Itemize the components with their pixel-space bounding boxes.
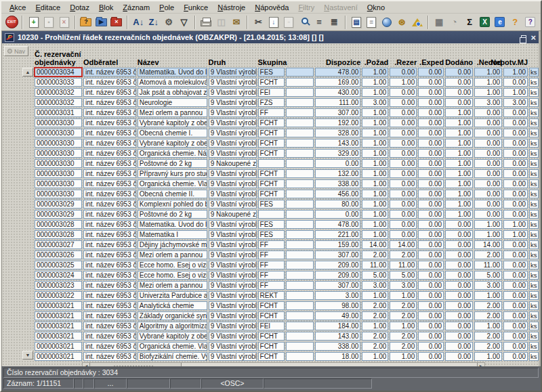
cell-r3-c13[interactable]: ks <box>529 98 539 107</box>
cell-r12-c12[interactable]: 0.00 <box>503 190 528 198</box>
cell-r25-c10[interactable]: 0.00 <box>445 322 473 330</box>
cell-r5-c10[interactable]: 1.00 <box>445 118 473 127</box>
cell-r17-c3[interactable]: 9 Vlastní výrobky <box>209 240 257 249</box>
cell-r7-c7[interactable]: 1.00 <box>362 139 388 148</box>
cell-r28-c10[interactable]: 0.00 <box>445 352 473 361</box>
cell-r25-c5[interactable] <box>286 322 314 330</box>
cell-r8-c12[interactable]: 0.00 <box>503 149 528 158</box>
cell-r7-c11[interactable]: 0.00 <box>474 139 502 148</box>
cell-r17-c7[interactable]: 14.00 <box>362 240 388 249</box>
cell-r22-c9[interactable]: 0.00 <box>418 291 444 300</box>
cell-r15-c2[interactable]: Matematika. Úvod do lineár <box>138 220 207 229</box>
cell-r20-c0[interactable]: 0000003024 <box>35 271 82 280</box>
menu-item-filtry[interactable]: Filtry <box>293 3 319 12</box>
cell-r13-c7[interactable]: 1.00 <box>362 200 388 209</box>
cell-r5-c0[interactable]: 0000003030 <box>35 118 82 127</box>
cell-r21-c9[interactable]: 0.00 <box>418 281 444 290</box>
cell-r21-c2[interactable]: Mezi orlem a pannou <box>138 281 207 290</box>
cell-r25-c12[interactable]: 0.00 <box>503 322 528 330</box>
cell-r23-c10[interactable]: 0.00 <box>445 301 473 310</box>
cell-r18-c3[interactable]: 9 Vlastní výrobky <box>209 251 257 259</box>
context-help-icon[interactable]: ? <box>508 15 522 29</box>
cell-r20-c7[interactable]: 5.00 <box>362 271 388 280</box>
menu-item-nastavení[interactable]: Nastavení <box>319 3 362 12</box>
cell-r17-c4[interactable]: FF <box>258 240 285 249</box>
scroll-down-button[interactable]: ▼ <box>22 351 33 360</box>
cell-r26-c10[interactable]: 0.00 <box>445 332 473 341</box>
browser-icon[interactable]: e <box>493 15 507 29</box>
cell-r0-c0[interactable]: 0000003034 <box>35 68 82 77</box>
cell-r4-c0[interactable]: 0000003031 <box>35 108 82 117</box>
cell-r26-c4[interactable]: FCHT <box>258 332 285 341</box>
cell-r5-c1[interactable]: int. název 6953 čás <box>83 118 136 127</box>
cell-r23-c13[interactable]: ks <box>529 301 539 310</box>
cell-r10-c2[interactable]: Přípravný kurs pro studium <box>138 169 207 178</box>
cell-r22-c3[interactable]: 9 Vlastní výrobky <box>209 291 257 300</box>
cell-r23-c8[interactable]: 2.00 <box>390 301 417 310</box>
menu-item-dotaz[interactable]: Dotaz <box>65 3 94 12</box>
cell-r4-c1[interactable]: int. název 6953 čás <box>83 108 136 117</box>
cell-r28-c9[interactable]: 0.00 <box>418 352 444 361</box>
close-window-button[interactable]: × <box>530 33 536 42</box>
cell-r13-c8[interactable]: 0.00 <box>390 200 417 209</box>
cell-r19-c4[interactable]: FF <box>258 261 285 269</box>
cell-r3-c5[interactable] <box>286 98 314 107</box>
cell-r13-c6[interactable]: 80.00 <box>315 200 360 209</box>
cell-r3-c3[interactable]: 9 Vlastní výrobky <box>209 98 257 107</box>
cell-r4-c13[interactable]: ks <box>529 108 539 117</box>
cell-r21-c6[interactable]: 307.00 <box>315 281 360 290</box>
cell-r2-c10[interactable]: 0.00 <box>445 88 473 97</box>
wrench-icon[interactable]: ⚙ <box>162 15 175 29</box>
cell-r24-c3[interactable]: 9 Vlastní výrobky <box>209 311 257 320</box>
cancel-query-icon[interactable]: × <box>110 15 123 29</box>
cell-r23-c12[interactable]: 0.00 <box>503 301 528 310</box>
cell-r3-c10[interactable]: 0.00 <box>445 98 473 107</box>
cell-r5-c12[interactable]: 0.00 <box>503 118 528 127</box>
cell-r11-c10[interactable]: 1.00 <box>445 179 473 188</box>
cell-r19-c5[interactable] <box>286 261 314 269</box>
cell-r10-c12[interactable]: 0.00 <box>503 169 528 178</box>
cell-r8-c13[interactable]: ks <box>529 149 539 158</box>
cell-r9-c4[interactable] <box>258 159 285 168</box>
cell-r13-c5[interactable] <box>286 200 314 209</box>
cell-r0-c6[interactable]: 478.00 <box>315 68 360 77</box>
cell-r21-c4[interactable]: FF <box>258 281 285 290</box>
cell-r8-c8[interactable]: 0.00 <box>390 149 417 158</box>
cell-r19-c6[interactable]: 209.00 <box>315 261 360 269</box>
menu-item-nástroje[interactable]: Nástroje <box>213 3 250 12</box>
cell-r8-c6[interactable]: 329.00 <box>315 149 360 158</box>
cell-r2-c5[interactable] <box>286 88 314 97</box>
restore-window-button[interactable] <box>521 35 526 40</box>
cell-r25-c2[interactable]: Algoritmy a algoritmizace - <box>138 322 207 330</box>
cell-r19-c7[interactable]: 11.00 <box>362 261 388 269</box>
cell-r12-c2[interactable]: Obecná chemie II. <box>138 190 207 198</box>
cell-r9-c9[interactable]: 0.00 <box>418 159 444 168</box>
cell-r3-c4[interactable]: FZS <box>258 98 285 107</box>
cell-r0-c3[interactable]: 9 Vlastní výrobky <box>209 68 257 77</box>
cell-r26-c8[interactable]: 2.00 <box>390 332 417 341</box>
cell-r6-c0[interactable]: 0000003030 <box>35 129 82 137</box>
cell-r0-c12[interactable]: 1.00 <box>503 68 528 77</box>
cell-r6-c8[interactable]: 0.00 <box>390 129 417 137</box>
cell-r26-c1[interactable]: int. název 6953 čás <box>83 332 136 341</box>
cell-r8-c5[interactable] <box>286 149 314 158</box>
cell-r26-c9[interactable]: 0.00 <box>418 332 444 341</box>
cell-r12-c4[interactable]: FCHT <box>258 190 285 198</box>
list-icon[interactable]: ≡ <box>312 15 326 29</box>
insert-record-icon[interactable]: + <box>26 15 40 29</box>
cell-r8-c4[interactable]: FCHT <box>258 149 285 158</box>
cell-r5-c11[interactable]: 0.00 <box>474 118 502 127</box>
cell-r18-c13[interactable]: ks <box>529 251 539 259</box>
cell-r23-c1[interactable]: int. název 6953 čás <box>83 301 136 310</box>
cell-r11-c6[interactable]: 338.00 <box>315 179 360 188</box>
cell-r9-c11[interactable]: 0.00 <box>474 159 502 168</box>
cell-r23-c3[interactable]: 9 Vlastní výrobky <box>209 301 257 310</box>
cell-r1-c2[interactable]: Atomová a molekulová spe <box>138 78 207 87</box>
cell-r10-c11[interactable]: 0.00 <box>474 169 502 178</box>
cell-r27-c11[interactable]: 2.00 <box>474 342 502 351</box>
cell-r21-c1[interactable]: int. název 6953 čás <box>83 281 136 290</box>
menu-item-nápověda[interactable]: Nápověda <box>250 3 293 12</box>
cell-r2-c6[interactable]: 430.00 <box>315 88 360 97</box>
cell-r7-c0[interactable]: 0000003030 <box>35 139 82 148</box>
cell-r10-c4[interactable]: FCHT <box>258 169 285 178</box>
